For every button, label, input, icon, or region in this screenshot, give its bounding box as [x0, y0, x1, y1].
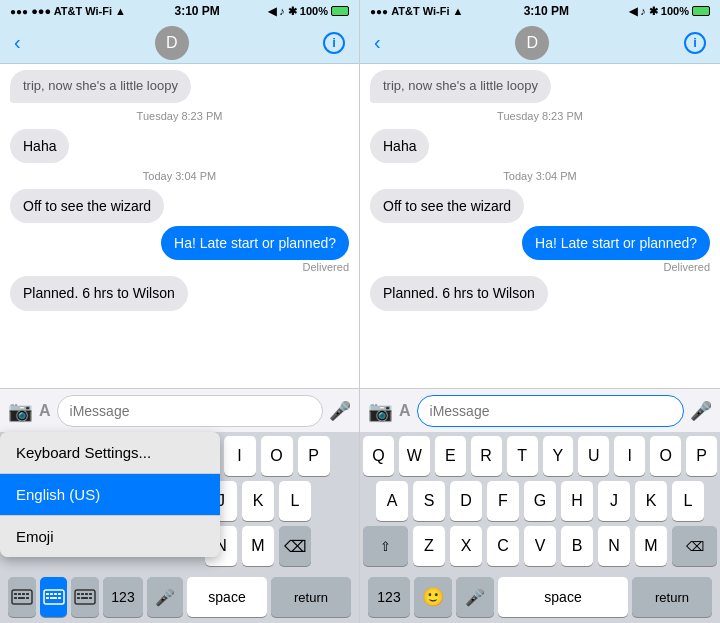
right-mic-icon[interactable]: 🎤: [690, 400, 712, 422]
rkey-k[interactable]: K: [635, 481, 667, 521]
right-camera-icon[interactable]: 📷: [368, 399, 393, 423]
rkey-z[interactable]: Z: [413, 526, 445, 566]
left-msg-partial: trip, now she's a little loopy: [10, 70, 191, 103]
right-msg-haha: Haha: [370, 129, 429, 163]
right-msg-wizard: Off to see the wizard: [370, 189, 524, 223]
keyboard-picker[interactable]: Keyboard Settings... English (US) Emoji: [0, 432, 220, 557]
rkey-j[interactable]: J: [598, 481, 630, 521]
rkey-g[interactable]: G: [524, 481, 556, 521]
left-message-input[interactable]: [57, 395, 323, 427]
right-status-right: ◀ ♪ ✱ 100%: [629, 5, 710, 18]
key-i[interactable]: I: [224, 436, 256, 476]
left-nav-bar: ‹ D i: [0, 22, 359, 64]
svg-rect-12: [58, 593, 61, 595]
right-msg-planned: Planned. 6 hrs to Wilson: [370, 276, 548, 310]
left-kb-bottom-row: 123 🎤 space return: [0, 575, 359, 623]
left-camera-icon[interactable]: 📷: [8, 399, 33, 423]
right-back-button[interactable]: ‹: [374, 31, 381, 54]
key-delete[interactable]: ⌫: [279, 526, 311, 566]
left-location-icon: ◀: [268, 5, 276, 18]
svg-rect-7: [26, 597, 29, 599]
left-battery-icon: [331, 6, 349, 16]
key-o[interactable]: O: [261, 436, 293, 476]
svg-rect-23: [89, 597, 92, 599]
left-app-icon[interactable]: A: [39, 402, 51, 420]
right-key-row-2: A S D F G H J K L: [363, 481, 717, 521]
rkey-delete[interactable]: ⌫: [672, 526, 717, 566]
left-input-bar: 📷 A 🎤: [0, 388, 359, 432]
right-location-icon: ◀: [629, 5, 637, 18]
rkey-u[interactable]: U: [578, 436, 609, 476]
rkey-m[interactable]: M: [635, 526, 667, 566]
left-keyboard-area: Keyboard Settings... English (US) Emoji …: [0, 432, 359, 623]
rkey-q[interactable]: Q: [363, 436, 394, 476]
svg-rect-9: [46, 593, 49, 595]
rkey-v[interactable]: V: [524, 526, 556, 566]
picker-emoji[interactable]: Emoji: [0, 516, 220, 557]
rkey-mic[interactable]: 🎤: [456, 577, 494, 617]
key-m[interactable]: M: [242, 526, 274, 566]
rkey-n[interactable]: N: [598, 526, 630, 566]
right-contact-avatar[interactable]: D: [515, 26, 549, 60]
picker-keyboard-settings[interactable]: Keyboard Settings...: [0, 432, 220, 474]
left-back-button[interactable]: ‹: [14, 31, 21, 54]
kb-icon-center[interactable]: [40, 577, 68, 617]
rkey-return[interactable]: return: [632, 577, 712, 617]
right-status-bar: ●●● AT&T Wi-Fi ▲ 3:10 PM ◀ ♪ ✱ 100%: [360, 0, 720, 22]
rkey-x[interactable]: X: [450, 526, 482, 566]
rkey-l[interactable]: L: [672, 481, 704, 521]
rkey-p[interactable]: P: [686, 436, 717, 476]
rkey-y[interactable]: Y: [543, 436, 574, 476]
kb-icon-right[interactable]: [71, 577, 99, 617]
left-mic-icon[interactable]: 🎤: [329, 400, 351, 422]
right-keyboard-area: Q W E R T Y U I O P A S D F G H J K: [360, 432, 720, 623]
svg-rect-22: [81, 597, 88, 599]
rkey-123[interactable]: 123: [368, 577, 410, 617]
left-key-123[interactable]: 123: [103, 577, 143, 617]
right-time-label: 3:10 PM: [524, 4, 569, 18]
left-key-return[interactable]: return: [271, 577, 351, 617]
rkey-t[interactable]: T: [507, 436, 538, 476]
left-timestamp-2: Today 3:04 PM: [143, 170, 216, 182]
left-wifi-icon: ▲: [115, 5, 126, 17]
right-phone-panel: ●●● AT&T Wi-Fi ▲ 3:10 PM ◀ ♪ ✱ 100% ‹ D …: [360, 0, 720, 623]
rkey-s[interactable]: S: [413, 481, 445, 521]
rkey-f[interactable]: F: [487, 481, 519, 521]
left-key-space[interactable]: space: [187, 577, 267, 617]
key-l[interactable]: L: [279, 481, 311, 521]
rkey-r[interactable]: R: [471, 436, 502, 476]
rkey-w[interactable]: W: [399, 436, 430, 476]
right-info-button[interactable]: i: [684, 32, 706, 54]
left-time-label: 3:10 PM: [174, 4, 219, 18]
rkey-d[interactable]: D: [450, 481, 482, 521]
svg-rect-10: [50, 593, 53, 595]
svg-rect-5: [14, 597, 17, 599]
kb-icon-left[interactable]: [8, 577, 36, 617]
key-k[interactable]: K: [242, 481, 274, 521]
rkey-h[interactable]: H: [561, 481, 593, 521]
right-kb-bottom-row: 123 🙂 🎤 space return: [360, 575, 720, 623]
left-contact-avatar[interactable]: D: [155, 26, 189, 60]
left-messages-area: trip, now she's a little loopy Tuesday 8…: [0, 64, 359, 388]
right-message-input[interactable]: [417, 395, 684, 427]
right-key-row-1: Q W E R T Y U I O P: [363, 436, 717, 476]
picker-english-us[interactable]: English (US): [0, 474, 220, 516]
right-msg-partial: trip, now she's a little loopy: [370, 70, 551, 103]
left-msg-sent: Ha! Late start or planned?: [161, 226, 349, 260]
left-info-button[interactable]: i: [323, 32, 345, 54]
rkey-a[interactable]: A: [376, 481, 408, 521]
rkey-e[interactable]: E: [435, 436, 466, 476]
left-key-mic[interactable]: 🎤: [147, 577, 183, 617]
rkey-shift[interactable]: ⇧: [363, 526, 408, 566]
rkey-c[interactable]: C: [487, 526, 519, 566]
rkey-b[interactable]: B: [561, 526, 593, 566]
right-app-icon[interactable]: A: [399, 402, 411, 420]
right-nav-bar: ‹ D i: [360, 22, 720, 64]
rkey-i[interactable]: I: [614, 436, 645, 476]
key-p[interactable]: P: [298, 436, 330, 476]
rkey-o[interactable]: O: [650, 436, 681, 476]
svg-rect-2: [18, 593, 21, 595]
rkey-space[interactable]: space: [498, 577, 628, 617]
right-alarm-icon: ✱: [649, 5, 658, 18]
rkey-emoji[interactable]: 🙂: [414, 577, 452, 617]
